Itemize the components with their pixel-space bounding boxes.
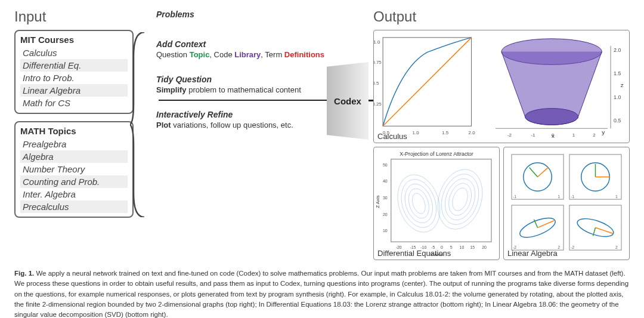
figure-container: Input MIT Courses Calculus Differential … [0,0,644,318]
text: , Code [209,50,234,59]
svg-text:1: 1 [572,132,575,138]
lorenz-plot-cell: X-Projection of Lorenz Attractor [373,147,500,260]
calculus-label: Calculus [377,132,407,141]
svg-text:y: y [602,129,605,135]
svg-text:2.0: 2.0 [469,130,476,135]
svg-text:1.0: 1.0 [413,130,420,135]
list-item: Linear Algebra [20,84,128,97]
svg-rect-60 [569,155,621,199]
add-context-heading: Add Context [156,39,365,49]
list-item: Intro to Prob. [20,72,128,84]
svg-rect-27 [391,159,491,242]
svg-text:1.5: 1.5 [442,130,449,135]
pipeline-column: Problems Add Context Question Topic, Cod… [142,8,365,260]
svg-line-57 [530,168,538,177]
list-item: Algebra [20,150,128,163]
svg-point-11 [525,109,578,125]
topic-word: Topic [190,50,210,59]
svg-point-32 [410,192,428,215]
calculus-plot-cell: 0.5 1.0 1.5 2.0 0.25 0.5 0.75 1.0 [373,30,630,143]
columns: Input MIT Courses Calculus Differential … [14,8,630,260]
definitions-word: Definitions [284,50,324,59]
svg-text:2: 2 [558,245,560,249]
text: variations, follow up questions, etc. [171,121,293,129]
text: , Term [261,50,284,59]
caption-text: We apply a neural network trained on tex… [14,270,628,318]
svg-text:0.5: 0.5 [374,81,379,86]
svg-point-29 [395,175,442,232]
svg-text:0.75: 0.75 [374,60,382,65]
list-item: Prealgebra [20,138,128,150]
list-item: Calculus [20,47,128,59]
svg-text:1: 1 [615,194,618,199]
list-item: Math for CS [20,97,128,109]
svg-text:1.0: 1.0 [374,39,380,45]
list-item: Inter. Algebra [20,188,128,200]
mit-courses-box: MIT Courses Calculus Differential Eq. In… [14,30,134,114]
problems-heading: Problems [156,10,365,19]
de-label: Differential Equations [377,249,451,258]
list-item: Precalculus [20,200,128,213]
svg-text:-1: -1 [513,194,516,199]
svg-text:40: 40 [383,179,388,183]
svg-text:2: 2 [615,245,618,249]
svg-text:0.5: 0.5 [614,118,621,124]
svg-point-33 [431,163,490,235]
la-label: Linear Algebra [507,249,558,258]
arrow-line-icon [159,100,332,101]
figure-caption: Fig. 1. We apply a neural network traine… [14,268,630,318]
input-heading: Input [14,8,134,25]
codex-block: Codex [327,62,369,140]
svg-text:1: 1 [558,194,560,199]
svd-plot-icon: -11 -11 [504,147,629,260]
svg-line-74 [595,228,613,234]
svg-text:-1: -1 [531,132,535,138]
svg-text:2: 2 [593,132,595,138]
svg-text:-2: -2 [507,132,512,138]
svg-text:0: 0 [552,132,555,138]
svg-text:X-Projection of Lorenz Attract: X-Projection of Lorenz Attractor [400,151,473,157]
arrow-to-codex [159,98,335,103]
svg-point-34 [435,169,485,229]
svg-point-36 [445,180,475,218]
library-word: Library [234,50,261,59]
svg-line-56 [538,168,549,177]
list-item: Number Theory [20,163,128,175]
svg-text:30: 30 [383,196,388,200]
brace-icon [130,32,148,217]
svg-text:z: z [621,82,624,88]
add-context-text: Question Topic, Code Library, Term Defin… [156,50,365,59]
svg-point-28 [391,169,447,238]
svg-text:Z Axis: Z Axis [375,195,380,208]
math-topics-title: MATH Topics [20,126,128,136]
svg-text:-2: -2 [571,245,574,249]
mit-courses-title: MIT Courses [20,35,128,45]
output-heading: Output [373,8,630,25]
text-bold: Simplify [156,85,187,94]
math-topics-box: MATH Topics Prealgebra Algebra Number Th… [14,121,134,218]
input-column: Input MIT Courses Calculus Differential … [14,8,134,260]
svg-text:2.0: 2.0 [614,47,621,53]
svg-text:1.5: 1.5 [614,70,621,76]
svg-text:1.0: 1.0 [614,94,621,100]
text: Question [156,50,190,59]
svd-plot-cell: -11 -11 [503,147,630,260]
codex-shape-icon: Codex [327,62,369,140]
codex-label: Codex [334,96,361,106]
calculus-plot-icon: 0.5 1.0 1.5 2.0 0.25 0.5 0.75 1.0 [374,30,629,143]
svg-point-35 [440,175,480,224]
svg-text:-1: -1 [571,194,574,199]
caption-lead: Fig. 1. [14,270,34,277]
svg-line-1 [383,38,471,126]
list-item: Counting and Prob. [20,175,128,188]
svg-text:10: 10 [383,229,388,233]
svg-point-31 [405,186,432,221]
list-item: Differential Eq. [20,59,128,72]
svg-text:0.25: 0.25 [374,101,382,107]
svg-line-68 [538,221,555,228]
lorenz-plot-icon: X-Projection of Lorenz Attractor [374,147,499,260]
output-column: Output 0.5 1.0 1.5 2.0 [373,8,630,260]
text: problem to mathematical content [187,85,301,94]
svg-text:50: 50 [383,163,388,167]
svg-point-30 [400,180,437,226]
